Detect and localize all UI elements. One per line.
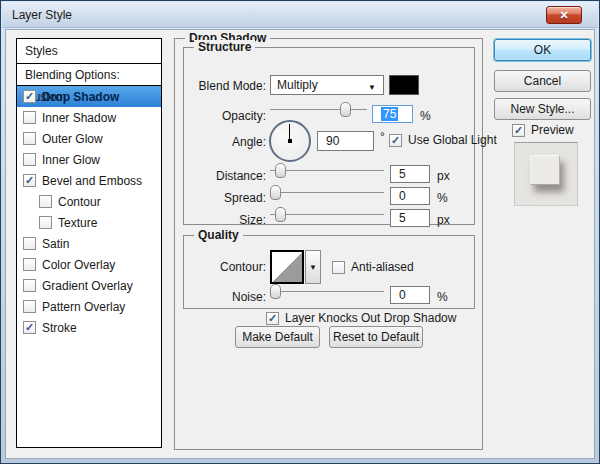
size-unit: px: [437, 213, 450, 227]
slider-thumb[interactable]: [340, 102, 351, 117]
use-global-light-checkbox[interactable]: ✓ Use Global Light: [389, 133, 497, 147]
checkbox[interactable]: [23, 258, 36, 271]
sidebar-item-inner-glow[interactable]: Inner Glow: [17, 149, 161, 170]
preview-label: Preview: [531, 123, 574, 137]
preview-checkbox[interactable]: ✓ Preview: [512, 123, 574, 137]
checkbox[interactable]: ✓: [512, 124, 525, 137]
noise-value: 0: [399, 288, 406, 302]
title-bar[interactable]: Layer Style ✕: [2, 2, 598, 28]
angle-value: 90: [326, 134, 339, 148]
blend-mode-dropdown[interactable]: Multiply ▼: [270, 75, 384, 95]
size-label: Size:: [184, 213, 266, 227]
opacity-input[interactable]: 75: [372, 105, 413, 123]
anti-aliased-label: Anti-aliased: [351, 260, 414, 274]
distance-input[interactable]: 5: [390, 165, 430, 183]
checkbox[interactable]: [23, 300, 36, 313]
checkbox[interactable]: [23, 279, 36, 292]
checkbox[interactable]: [332, 261, 345, 274]
distance-slider[interactable]: [270, 163, 384, 178]
checkbox[interactable]: [23, 153, 36, 166]
checkbox[interactable]: [39, 195, 52, 208]
checkbox[interactable]: ✓: [23, 321, 36, 334]
cancel-button[interactable]: Cancel: [494, 70, 591, 92]
sidebar-item-bevel-and-emboss[interactable]: ✓ Bevel and Emboss: [17, 170, 161, 191]
layer-knocks-out-checkbox[interactable]: ✓ Layer Knocks Out Drop Shadow: [266, 311, 456, 325]
sidebar-item-contour[interactable]: Contour: [17, 191, 161, 212]
shadow-color-swatch[interactable]: [389, 75, 419, 95]
size-slider[interactable]: [270, 207, 384, 222]
angle-input[interactable]: 90: [317, 131, 374, 151]
checkbox[interactable]: ✓: [23, 174, 36, 187]
checkbox[interactable]: [23, 111, 36, 124]
spread-slider[interactable]: [270, 185, 384, 200]
use-global-light-label: Use Global Light: [408, 133, 497, 147]
checkbox[interactable]: [23, 237, 36, 250]
structure-group-title: Structure: [194, 40, 255, 54]
sidebar-item-label: Inner Glow: [42, 153, 100, 167]
ok-button[interactable]: OK: [494, 39, 591, 61]
noise-unit: %: [437, 290, 448, 304]
blend-mode-value: Multiply: [277, 78, 318, 92]
styles-sidebar: Styles Blending Options: Custom ✓ Drop S…: [16, 38, 162, 448]
distance-label: Distance:: [184, 169, 266, 183]
opacity-value: 75: [381, 107, 398, 121]
contour-thumbnail[interactable]: [270, 250, 304, 284]
sidebar-item-texture[interactable]: Texture: [17, 212, 161, 233]
sidebar-item-blending-options[interactable]: Blending Options: Custom: [17, 64, 161, 86]
spread-label: Spread:: [184, 191, 266, 205]
sidebar-item-label: Bevel and Emboss: [42, 174, 142, 188]
distance-value: 5: [399, 167, 406, 181]
sidebar-item-label: Color Overlay: [42, 258, 115, 272]
checkbox[interactable]: [39, 216, 52, 229]
sidebar-header-styles: Styles: [17, 39, 161, 64]
preview-shape-with-drop-shadow: [530, 155, 560, 185]
sidebar-item-inner-shadow[interactable]: Inner Shadow: [17, 107, 161, 128]
sidebar-item-satin[interactable]: Satin: [17, 233, 161, 254]
slider-thumb[interactable]: [275, 207, 286, 222]
sidebar-item-color-overlay[interactable]: Color Overlay: [17, 254, 161, 275]
slider-thumb[interactable]: [270, 284, 281, 299]
sidebar-item-label: Satin: [42, 237, 69, 251]
checkbox[interactable]: ✓: [23, 90, 36, 103]
layer-knocks-out-label: Layer Knocks Out Drop Shadow: [285, 311, 456, 325]
size-input[interactable]: 5: [390, 209, 430, 227]
slider-track: [270, 214, 384, 215]
sidebar-item-label: Stroke: [42, 321, 77, 335]
angle-label: Angle:: [184, 135, 266, 149]
sidebar-item-label: Texture: [58, 216, 97, 230]
anti-aliased-checkbox[interactable]: Anti-aliased: [332, 260, 414, 274]
sidebar-item-label: Inner Shadow: [42, 111, 116, 125]
noise-slider[interactable]: [270, 284, 384, 299]
distance-unit: px: [437, 169, 450, 183]
sidebar-item-label: Drop Shadow: [42, 90, 119, 104]
drop-shadow-panel: Drop Shadow Structure Blend Mode: Multip…: [174, 38, 483, 450]
sidebar-item-label: Pattern Overlay: [42, 300, 125, 314]
noise-input[interactable]: 0: [390, 286, 430, 304]
checkbox[interactable]: ✓: [266, 312, 279, 325]
sidebar-item-label: Outer Glow: [42, 132, 103, 146]
checkbox[interactable]: [23, 132, 36, 145]
sidebar-item-stroke[interactable]: ✓ Stroke: [17, 317, 161, 338]
sidebar-item-gradient-overlay[interactable]: Gradient Overlay: [17, 275, 161, 296]
chevron-down-icon[interactable]: ▼: [305, 250, 321, 284]
opacity-slider[interactable]: [270, 102, 367, 117]
style-preview-thumbnail: [514, 142, 578, 206]
sidebar-item-pattern-overlay[interactable]: Pattern Overlay: [17, 296, 161, 317]
new-style-button[interactable]: New Style...: [494, 98, 591, 120]
quality-group-title: Quality: [194, 228, 243, 242]
slider-thumb[interactable]: [270, 185, 281, 200]
sidebar-item-label: Contour: [58, 195, 101, 209]
sidebar-item-outer-glow[interactable]: Outer Glow: [17, 128, 161, 149]
opacity-unit: %: [420, 109, 431, 123]
close-button[interactable]: ✕: [546, 6, 582, 24]
dialog-content: Styles Blending Options: Custom ✓ Drop S…: [5, 29, 595, 459]
checkbox[interactable]: ✓: [389, 134, 402, 147]
slider-track: [270, 192, 384, 193]
contour-picker[interactable]: ▼: [270, 250, 321, 284]
reset-to-default-button[interactable]: Reset to Default: [329, 326, 423, 348]
spread-input[interactable]: 0: [390, 187, 430, 205]
angle-dial[interactable]: [269, 120, 311, 162]
make-default-button[interactable]: Make Default: [235, 326, 320, 348]
size-value: 5: [399, 211, 406, 225]
slider-thumb[interactable]: [275, 163, 286, 178]
